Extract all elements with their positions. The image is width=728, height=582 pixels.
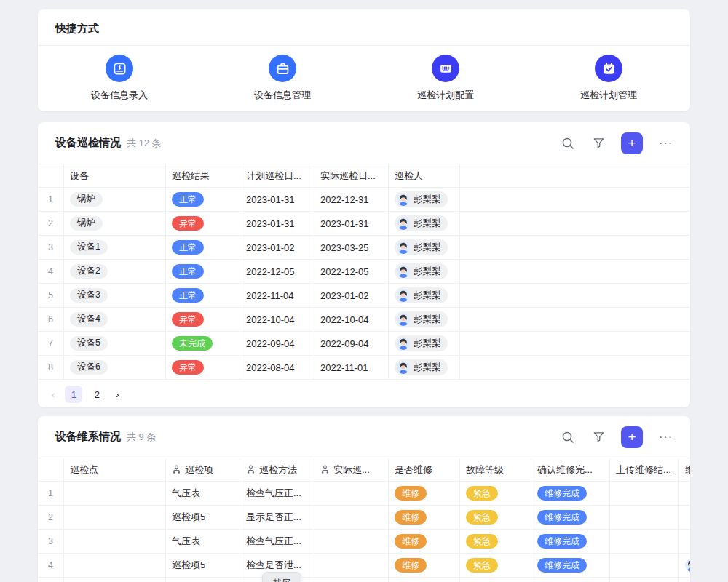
table-cell[interactable]: 巡检项5 — [166, 506, 240, 529]
table-cell[interactable]: 显示是否正... — [240, 506, 314, 529]
table-cell[interactable]: 2022-12-05 — [314, 260, 389, 283]
table-cell[interactable] — [460, 260, 690, 283]
filter-icon[interactable] — [590, 429, 606, 445]
column-header[interactable]: 巡检项 — [166, 458, 240, 481]
table-cell[interactable]: 气压表 — [166, 530, 240, 553]
table-cell[interactable]: 巡检项5 — [166, 554, 240, 577]
table-cell[interactable]: 彭梨梨 — [389, 308, 460, 331]
table-cell[interactable]: 锅炉 — [64, 188, 166, 211]
column-header[interactable]: 确认维修完... — [531, 458, 610, 481]
table-cell[interactable]: 维修完成 — [531, 530, 610, 553]
table-cell[interactable]: 2022-09-04 — [314, 332, 389, 355]
table-cell[interactable] — [679, 506, 690, 529]
more-options-button[interactable]: ··· — [657, 431, 674, 444]
table-cell[interactable] — [460, 188, 690, 211]
column-header[interactable]: 计划巡检日... — [240, 164, 314, 187]
table-cell[interactable] — [610, 482, 679, 505]
table-cell[interactable]: 维修 — [389, 578, 460, 582]
column-header[interactable]: 设备 — [64, 164, 166, 187]
table-cell[interactable]: 锅炉 — [64, 212, 166, 235]
table-cell[interactable]: 2022-10-04 — [240, 308, 314, 331]
table-cell[interactable]: 2023-01-02 — [240, 236, 314, 259]
add-record-button[interactable]: + — [621, 132, 643, 154]
table-cell[interactable]: 维修完成 — [531, 554, 610, 577]
table-cell[interactable]: 检查气压正... — [240, 482, 314, 505]
table-cell[interactable]: 维修完成 — [531, 506, 610, 529]
table-cell[interactable] — [460, 212, 690, 235]
table-cell[interactable]: 紧急 — [460, 506, 531, 529]
table-cell[interactable]: 2022-09-04 — [240, 332, 314, 355]
table-cell[interactable]: 2022-10-04 — [314, 308, 389, 331]
table-cell[interactable]: 巡检项5 — [166, 578, 240, 582]
table-cell[interactable]: 气压表 — [166, 482, 240, 505]
table-cell[interactable]: 2022-12-31 — [314, 188, 389, 211]
table-cell[interactable] — [679, 554, 690, 577]
table-cell[interactable]: 维修 — [389, 530, 460, 553]
table-cell[interactable]: 2022-11-01 — [314, 356, 389, 379]
table-cell[interactable] — [314, 530, 389, 553]
column-header[interactable]: 故障等级 — [460, 458, 531, 481]
table-cell[interactable]: 设备2 — [64, 260, 166, 283]
table-cell[interactable]: 2023-03-25 — [314, 236, 389, 259]
table-cell[interactable]: 正常 — [166, 236, 240, 259]
table-cell[interactable]: 设备4 — [64, 308, 166, 331]
table-cell[interactable]: 未完成 — [166, 332, 240, 355]
table-cell[interactable] — [679, 530, 690, 553]
table-cell[interactable]: 2022-12-05 — [240, 260, 314, 283]
table-cell[interactable]: 设备3 — [64, 284, 166, 307]
column-header[interactable]: 实际巡检日... — [314, 164, 389, 187]
table-cell[interactable] — [610, 578, 679, 582]
table-cell[interactable]: 异常 — [166, 308, 240, 331]
table-cell[interactable]: 2023-01-31 — [240, 212, 314, 235]
table-cell[interactable] — [314, 482, 389, 505]
table-cell[interactable]: 2022-11-04 — [240, 284, 314, 307]
table-cell[interactable]: 维修 — [389, 554, 460, 577]
table-cell[interactable]: 彭梨梨 — [389, 284, 460, 307]
page-button-2[interactable]: 2 — [88, 386, 106, 403]
table-cell[interactable]: 维修 — [389, 482, 460, 505]
table-cell[interactable]: 2023-01-02 — [314, 284, 389, 307]
table-cell[interactable] — [610, 554, 679, 577]
table-cell[interactable]: 正常 — [166, 260, 240, 283]
table-cell[interactable] — [679, 578, 690, 582]
table-cell[interactable]: 2023-01-31 — [314, 212, 389, 235]
table-cell[interactable]: 彭梨梨 — [389, 332, 460, 355]
table-cell[interactable] — [679, 482, 690, 505]
table-cell[interactable]: 维修中 — [531, 578, 610, 582]
shortcut-item[interactable]: 巡检计划配置 — [364, 55, 527, 102]
table-cell[interactable] — [460, 308, 690, 331]
column-header[interactable]: 巡检点 — [64, 458, 166, 481]
table-cell[interactable] — [460, 332, 690, 355]
shortcut-item[interactable]: 巡检计划管理 — [527, 55, 690, 102]
search-icon[interactable] — [560, 429, 576, 445]
table-cell[interactable]: 维修 — [389, 506, 460, 529]
table-cell[interactable]: 紧急 — [460, 554, 531, 577]
page-button-1[interactable]: 1 — [65, 386, 82, 403]
table-cell[interactable] — [64, 482, 166, 505]
table-cell[interactable]: 紧急 — [460, 482, 531, 505]
more-options-button[interactable]: ··· — [657, 137, 674, 150]
table-cell[interactable] — [460, 284, 690, 307]
table-cell[interactable]: 彭梨梨 — [389, 212, 460, 235]
table-cell[interactable] — [314, 506, 389, 529]
table-cell[interactable]: 维修完成 — [531, 482, 610, 505]
table-cell[interactable]: 正常 — [166, 284, 240, 307]
next-page-button[interactable]: › — [111, 388, 123, 402]
column-header[interactable]: 是否维修 — [389, 458, 460, 481]
shortcut-item[interactable]: 设备信息录入 — [38, 55, 201, 102]
table-cell[interactable]: 设备6 — [64, 356, 166, 379]
table-cell[interactable]: 彭梨梨 — [389, 356, 460, 379]
add-record-button[interactable]: + — [621, 426, 643, 448]
column-header[interactable]: 维... — [679, 458, 690, 481]
table-cell[interactable]: 异常 — [166, 212, 240, 235]
column-header[interactable]: 巡检人 — [389, 164, 460, 187]
table-cell[interactable] — [610, 530, 679, 553]
table-cell[interactable]: 重要 — [460, 578, 531, 582]
column-header[interactable]: 巡检方法 — [240, 458, 314, 481]
shortcut-item[interactable]: 设备信息管理 — [201, 55, 364, 102]
search-icon[interactable] — [560, 135, 576, 151]
column-header[interactable]: 巡检结果 — [166, 164, 240, 187]
table-cell[interactable]: 设备5 — [64, 332, 166, 355]
table-cell[interactable] — [460, 356, 690, 379]
table-cell[interactable] — [64, 530, 166, 553]
